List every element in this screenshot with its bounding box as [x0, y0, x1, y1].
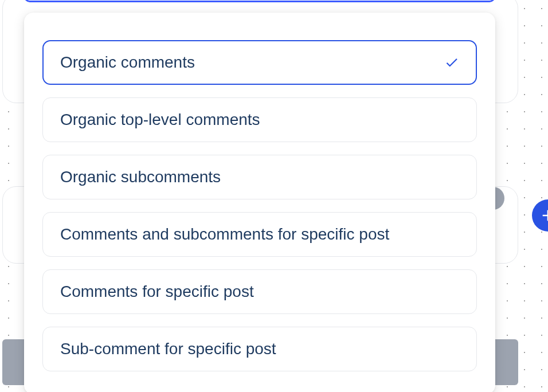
selector-field-border [24, 0, 495, 2]
dropdown-option-organic-comments[interactable]: Organic comments [42, 40, 477, 85]
dropdown-option-comments-specific-post[interactable]: Comments for specific post [42, 269, 477, 314]
dropdown-option-organic-subcomments[interactable]: Organic subcomments [42, 155, 477, 199]
option-label: Organic subcomments [60, 168, 221, 186]
check-icon [444, 55, 459, 70]
option-label: Sub-comment for specific post [60, 340, 276, 358]
dropdown-option-comments-subcomments-specific-post[interactable]: Comments and subcomments for specific po… [42, 212, 477, 257]
plus-icon [539, 206, 548, 225]
option-label: Organic top-level comments [60, 111, 260, 129]
dropdown-option-sub-comment-specific-post[interactable]: Sub-comment for specific post [42, 327, 477, 371]
dropdown-option-organic-top-level-comments[interactable]: Organic top-level comments [42, 97, 477, 142]
dropdown-options-panel: Organic comments Organic top-level comme… [24, 13, 495, 392]
option-label: Organic comments [60, 53, 195, 72]
option-label: Comments and subcomments for specific po… [60, 225, 389, 244]
option-label: Comments for specific post [60, 283, 254, 301]
